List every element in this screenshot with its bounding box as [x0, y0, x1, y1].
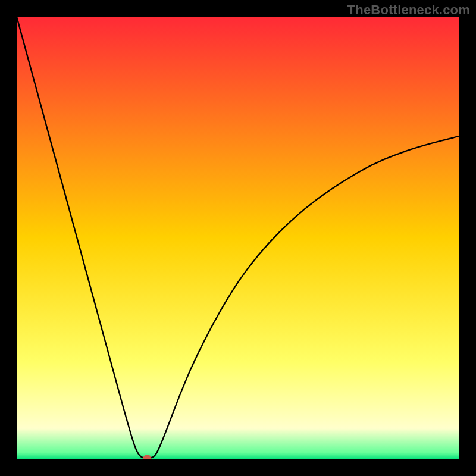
gradient-background — [17, 17, 459, 459]
plot-area — [17, 17, 459, 459]
chart-svg — [17, 17, 459, 459]
chart-frame: TheBottleneck.com — [0, 0, 476, 476]
watermark-text: TheBottleneck.com — [347, 2, 470, 18]
